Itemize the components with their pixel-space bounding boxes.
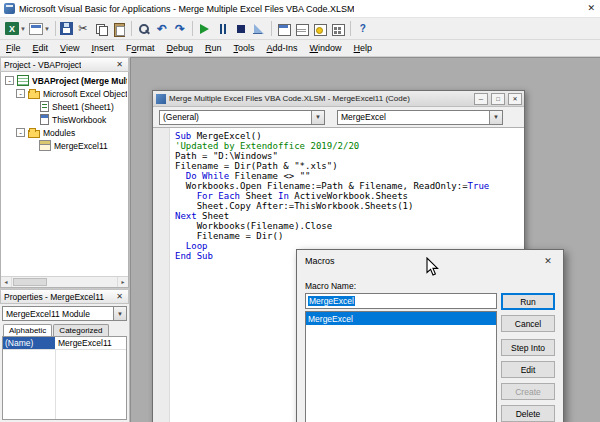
procedure-dropdown[interactable]: MergeExcel ▼ bbox=[337, 110, 503, 125]
code-line[interactable]: Workbooks(Filename).Close bbox=[170, 221, 524, 231]
code-line[interactable]: For Each Sheet In ActiveWorkbook.Sheets bbox=[170, 191, 524, 201]
edit-button[interactable]: Edit bbox=[501, 361, 555, 378]
macros-dialog-buttons: RunCancelStep IntoEditCreateDelete bbox=[501, 293, 555, 422]
chevron-down-icon[interactable]: ▼ bbox=[311, 111, 324, 124]
project-explorer-panel: Project - VBAProject ✕ -VBAProject (Merg… bbox=[0, 57, 129, 288]
code-line[interactable]: Next Sheet bbox=[170, 211, 524, 221]
project-explorer-icon[interactable] bbox=[276, 21, 292, 37]
run-button[interactable]: Run bbox=[501, 293, 555, 310]
macro-list-item[interactable]: MergeExcel bbox=[306, 312, 496, 325]
workbook-icon bbox=[40, 114, 49, 125]
tree-expander-icon[interactable]: - bbox=[5, 76, 14, 85]
code-line[interactable]: Sheet.Copy After:=ThisWorkbook.Sheets(1) bbox=[170, 201, 524, 211]
tree-expander-icon[interactable]: - bbox=[16, 89, 25, 98]
delete-button[interactable]: Delete bbox=[501, 405, 555, 422]
vba-app-icon bbox=[4, 3, 15, 14]
view-excel-icon[interactable]: X bbox=[5, 22, 19, 35]
tree-item-mergeexcel11[interactable]: MergeExcel11 bbox=[2, 139, 127, 152]
properties-panel-title: Properties - MergeExcel11 bbox=[4, 292, 104, 302]
design-mode-icon[interactable] bbox=[251, 21, 267, 37]
code-line[interactable]: 'Updated by Extendoffice 2019/2/20 bbox=[170, 141, 524, 151]
macro-list[interactable]: MergeExcel bbox=[305, 311, 497, 422]
code-line[interactable]: Sub MergeExcel() bbox=[170, 131, 524, 141]
menu-window[interactable]: Window bbox=[304, 41, 348, 55]
insert-userform-icon[interactable] bbox=[29, 23, 43, 35]
properties-window-icon[interactable] bbox=[294, 21, 310, 37]
menu-help[interactable]: Help bbox=[348, 41, 379, 55]
code-line[interactable]: Workbooks.Open Filename:=Path & Filename… bbox=[170, 181, 524, 191]
chevron-down-icon[interactable]: ▼ bbox=[113, 307, 126, 320]
menu-edit[interactable]: Edit bbox=[27, 41, 55, 55]
code-line[interactable]: Path = "D:\Windows" bbox=[170, 151, 524, 161]
project-tree: -VBAProject (Merge Mult-Microsoft Excel … bbox=[2, 74, 127, 275]
tree-expander-icon[interactable]: - bbox=[16, 128, 25, 137]
code-line[interactable]: Do While Filename <> "" bbox=[170, 171, 524, 181]
macro-name-input[interactable]: MergeExcel bbox=[305, 293, 497, 309]
project-panel-close-icon[interactable]: ✕ bbox=[114, 60, 125, 69]
property-name-cell[interactable]: (Name) bbox=[3, 337, 55, 349]
code-line[interactable]: Filename = Dir(Path & "*.xls") bbox=[170, 161, 524, 171]
undo-icon[interactable]: ↶ bbox=[154, 21, 170, 37]
code-window-close-button[interactable]: ✕ bbox=[508, 93, 522, 105]
tree-item-thisworkbook[interactable]: ThisWorkbook bbox=[2, 113, 127, 126]
view-excel-dropdown-arrow-icon[interactable]: ▼ bbox=[20, 26, 26, 32]
menu-view[interactable]: View bbox=[54, 41, 85, 55]
sheet-icon bbox=[40, 101, 49, 112]
cancel-button[interactable]: Cancel bbox=[501, 315, 555, 332]
tree-item-microsoft-excel-objects[interactable]: -Microsoft Excel Objects bbox=[2, 87, 127, 100]
menu-add-ins[interactable]: Add-Ins bbox=[261, 41, 304, 55]
tree-item-sheet1-sheet1[interactable]: Sheet1 (Sheet1) bbox=[2, 100, 127, 113]
project-panel-header[interactable]: Project - VBAProject ✕ bbox=[0, 57, 129, 72]
scroll-left-arrow-icon[interactable]: ◄ bbox=[1, 277, 12, 287]
menu-run[interactable]: Run bbox=[199, 41, 228, 55]
cut-icon[interactable]: ✂ bbox=[75, 21, 91, 37]
object-dropdown[interactable]: (General) ▼ bbox=[159, 110, 325, 125]
module-icon bbox=[39, 140, 51, 151]
save-icon[interactable] bbox=[60, 22, 73, 35]
macros-dialog-close-button[interactable]: ✕ bbox=[533, 250, 563, 271]
run-icon[interactable] bbox=[197, 21, 213, 37]
properties-panel-close-icon[interactable]: ✕ bbox=[114, 292, 125, 301]
create-button[interactable]: Create bbox=[501, 383, 555, 400]
menu-insert[interactable]: Insert bbox=[85, 41, 120, 55]
step-into-button[interactable]: Step Into bbox=[501, 339, 555, 356]
folder-icon bbox=[28, 91, 40, 99]
code-line[interactable]: Filename = Dir() bbox=[170, 231, 524, 241]
menu-format[interactable]: Format bbox=[120, 41, 161, 55]
app-close-button[interactable]: ✕ bbox=[587, 3, 595, 13]
tree-item-modules[interactable]: -Modules bbox=[2, 126, 127, 139]
tree-item-vbaproject-merge-mult[interactable]: -VBAProject (Merge Mult bbox=[2, 74, 127, 87]
property-row[interactable]: (Name) MergeExcel11 bbox=[3, 337, 126, 350]
scrollbar-thumb[interactable] bbox=[13, 278, 47, 286]
object-browser-icon[interactable] bbox=[312, 21, 328, 37]
toolbar-separator bbox=[192, 21, 193, 36]
project-horizontal-scrollbar[interactable]: ◄ ► bbox=[1, 276, 128, 287]
project-panel-title: Project - VBAProject bbox=[4, 60, 81, 70]
tree-item-label: VBAProject (Merge Mult bbox=[32, 76, 127, 86]
code-window-maximize-button[interactable]: □ bbox=[491, 93, 505, 105]
code-window-titlebar[interactable]: Merge Multiple Excel Files VBA Code.XLSM… bbox=[153, 91, 524, 107]
menu-file[interactable]: File bbox=[0, 41, 27, 55]
menu-tools[interactable]: Tools bbox=[228, 41, 261, 55]
menu-debug[interactable]: Debug bbox=[160, 41, 199, 55]
break-icon[interactable] bbox=[215, 21, 231, 37]
property-value-cell[interactable]: MergeExcel11 bbox=[55, 337, 126, 349]
toolbox-icon[interactable] bbox=[330, 21, 346, 37]
tab-alphabetic[interactable]: Alphabetic bbox=[3, 324, 52, 336]
paste-icon[interactable] bbox=[111, 21, 127, 37]
properties-panel-header[interactable]: Properties - MergeExcel11 ✕ bbox=[0, 289, 129, 304]
redo-icon[interactable]: ↷ bbox=[172, 21, 188, 37]
project-icon bbox=[17, 75, 29, 86]
tab-categorized[interactable]: Categorized bbox=[53, 324, 108, 336]
reset-icon[interactable] bbox=[233, 21, 249, 37]
find-icon[interactable] bbox=[136, 21, 152, 37]
copy-icon[interactable] bbox=[93, 21, 109, 37]
mouse-cursor-icon bbox=[426, 257, 440, 277]
help-icon[interactable]: ? bbox=[355, 21, 371, 37]
scroll-right-arrow-icon[interactable]: ► bbox=[117, 277, 128, 287]
insert-userform-dropdown-arrow-icon[interactable]: ▼ bbox=[44, 26, 50, 32]
code-window-minimize-button[interactable]: ─ bbox=[474, 93, 488, 105]
chevron-down-icon[interactable]: ▼ bbox=[489, 111, 502, 124]
properties-object-selector[interactable]: MergeExcel11 Module ▼ bbox=[2, 306, 127, 321]
tree-expander-spacer bbox=[27, 141, 36, 150]
